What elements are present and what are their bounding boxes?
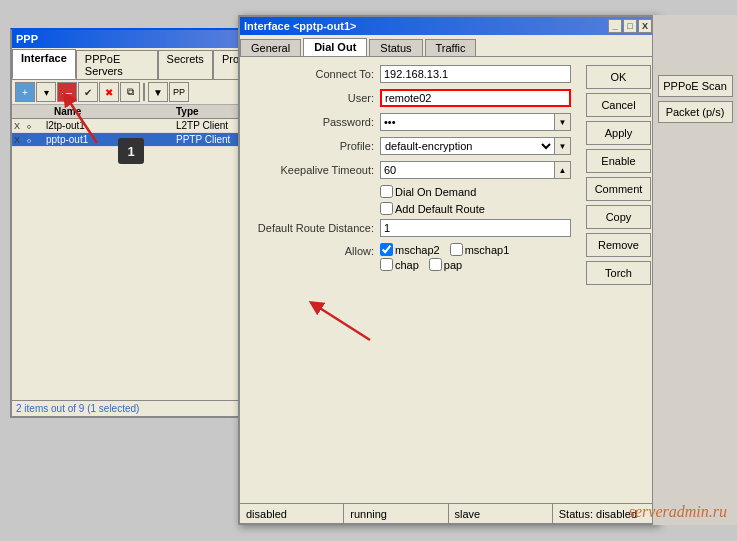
profile-label: Profile: bbox=[250, 140, 380, 152]
toolbar-separator bbox=[143, 83, 145, 101]
profile-select[interactable]: default-encryption bbox=[380, 137, 555, 155]
keepalive-up-btn[interactable]: ▲ bbox=[555, 161, 571, 179]
connect-to-label: Connect To: bbox=[250, 68, 380, 80]
add-default-route-checkbox[interactable] bbox=[380, 202, 393, 215]
status-disabled: disabled bbox=[240, 504, 344, 523]
pppoe-scan-button[interactable]: PPPoE Scan bbox=[658, 75, 733, 97]
keepalive-row: Keepalive Timeout: ▲ bbox=[250, 161, 571, 179]
ppp-tabs: Interface PPPoE Servers Secrets Pro bbox=[12, 48, 248, 80]
remove-button[interactable]: Remove bbox=[586, 233, 651, 257]
chap-item: chap bbox=[380, 258, 419, 271]
add-default-route-label: Add Default Route bbox=[395, 203, 485, 215]
col-type-header: Type bbox=[176, 106, 246, 117]
mschap2-checkbox[interactable] bbox=[380, 243, 393, 256]
user-row: User: bbox=[250, 89, 571, 107]
minimize-button[interactable]: _ bbox=[608, 19, 622, 33]
password-field-group: ▼ bbox=[380, 113, 571, 131]
filter-button[interactable]: ▼ bbox=[148, 82, 168, 102]
dialog-form: Connect To: User: Password: ▼ Profile: bbox=[240, 57, 581, 507]
password-input[interactable] bbox=[380, 113, 555, 131]
allow-label: Allow: bbox=[250, 243, 380, 257]
dial-on-demand-checkbox[interactable] bbox=[380, 185, 393, 198]
allow-checkboxes: mschap2 mschap1 chap bbox=[380, 243, 509, 271]
row-name: l2tp-out1 bbox=[46, 120, 176, 131]
add-button[interactable]: + bbox=[15, 82, 35, 102]
dial-on-demand-row: Dial On Demand bbox=[250, 185, 571, 198]
row-name: pptp-out1 bbox=[46, 134, 176, 145]
mschap1-label: mschap1 bbox=[465, 244, 510, 256]
ppp-titlebar: PPP bbox=[12, 30, 248, 48]
profile-row: Profile: default-encryption ▼ bbox=[250, 137, 571, 155]
ppp-tab-pppoe-servers[interactable]: PPPoE Servers bbox=[76, 50, 158, 79]
dialog-content: Connect To: User: Password: ▼ Profile: bbox=[240, 57, 656, 507]
copy-button[interactable]: ⧉ bbox=[120, 82, 140, 102]
profile-dropdown-btn[interactable]: ▼ bbox=[555, 137, 571, 155]
ppp-window: PPP Interface PPPoE Servers Secrets Pro … bbox=[10, 28, 250, 418]
enable-button[interactable]: ✔ bbox=[78, 82, 98, 102]
connect-to-input[interactable] bbox=[380, 65, 571, 83]
user-input[interactable] bbox=[380, 89, 571, 107]
ok-button[interactable]: OK bbox=[586, 65, 651, 89]
tab-general[interactable]: General bbox=[240, 39, 301, 56]
password-toggle-btn[interactable]: ▼ bbox=[555, 113, 571, 131]
ppp-tab-secrets[interactable]: Secrets bbox=[158, 50, 213, 79]
torch-button[interactable]: Torch bbox=[586, 261, 651, 285]
table-row[interactable]: X ⬦ pptp-out1 PPTP Client bbox=[12, 133, 248, 147]
add-default-route-item: Add Default Route bbox=[380, 202, 485, 215]
close-button[interactable]: X bbox=[638, 19, 652, 33]
row-type: L2TP Client bbox=[176, 120, 246, 131]
tab-traffic[interactable]: Traffic bbox=[425, 39, 477, 56]
maximize-button[interactable]: □ bbox=[623, 19, 637, 33]
pap-label: pap bbox=[444, 259, 462, 271]
comment-button[interactable]: Comment bbox=[586, 177, 651, 201]
mschap1-checkbox[interactable] bbox=[450, 243, 463, 256]
ppp-table-header: Name Type bbox=[12, 105, 248, 119]
ppp-table-body: X ⬦ l2tp-out1 L2TP Client X ⬦ pptp-out1 … bbox=[12, 119, 248, 147]
add-dropdown-button[interactable]: ▾ bbox=[36, 82, 56, 102]
dialog-buttons: OK Cancel Apply Enable Comment Copy Remo… bbox=[581, 57, 656, 507]
cancel-button[interactable]: Cancel bbox=[586, 93, 651, 117]
keepalive-label: Keepalive Timeout: bbox=[250, 164, 380, 176]
tab-dial-out[interactable]: Dial Out bbox=[303, 38, 367, 56]
status-label: Status: disabled bbox=[553, 504, 656, 523]
disable-button[interactable]: ✖ bbox=[99, 82, 119, 102]
copy-button[interactable]: Copy bbox=[586, 205, 651, 229]
password-label: Password: bbox=[250, 116, 380, 128]
mschap1-item: mschap1 bbox=[450, 243, 510, 256]
status-running: running bbox=[344, 504, 448, 523]
dialog-statusbar: disabled running slave Status: disabled bbox=[240, 503, 656, 523]
enable-button[interactable]: Enable bbox=[586, 149, 651, 173]
dialog-title-buttons: _ □ X bbox=[608, 19, 652, 33]
default-route-input[interactable] bbox=[380, 219, 571, 237]
packet-ps-button[interactable]: Packet (p/s) bbox=[658, 101, 733, 123]
pap-checkbox[interactable] bbox=[429, 258, 442, 271]
mschap2-label: mschap2 bbox=[395, 244, 440, 256]
apply-button[interactable]: Apply bbox=[586, 121, 651, 145]
right-panel: PPPoE Scan Packet (p/s) bbox=[652, 15, 737, 525]
keepalive-input[interactable] bbox=[380, 161, 555, 179]
default-route-label: Default Route Distance: bbox=[250, 222, 380, 234]
add-default-route-row: Add Default Route bbox=[250, 202, 571, 215]
user-label: User: bbox=[250, 92, 380, 104]
remove-button[interactable]: — bbox=[57, 82, 77, 102]
mschap2-item: mschap2 bbox=[380, 243, 440, 256]
keepalive-field-group: ▲ bbox=[380, 161, 571, 179]
table-row[interactable]: X ⬦ l2tp-out1 L2TP Client bbox=[12, 119, 248, 133]
chap-label: chap bbox=[395, 259, 419, 271]
col-name-header: Name bbox=[54, 106, 176, 117]
pp-button[interactable]: PP bbox=[169, 82, 189, 102]
default-route-row: Default Route Distance: bbox=[250, 219, 571, 237]
password-row: Password: ▼ bbox=[250, 113, 571, 131]
dialog-titlebar: Interface <pptp-out1> _ □ X bbox=[240, 17, 656, 35]
tab-status[interactable]: Status bbox=[369, 39, 422, 56]
ppp-status: 2 items out of 9 (1 selected) bbox=[12, 400, 248, 416]
ppp-title: PPP bbox=[16, 33, 38, 45]
chap-checkbox[interactable] bbox=[380, 258, 393, 271]
ppp-tab-interface[interactable]: Interface bbox=[12, 49, 76, 79]
dial-on-demand-label: Dial On Demand bbox=[395, 186, 476, 198]
allow-row: Allow: mschap2 mschap1 bbox=[250, 243, 571, 271]
ppp-toolbar: + ▾ — ✔ ✖ ⧉ ▼ PP bbox=[12, 80, 248, 105]
pap-item: pap bbox=[429, 258, 462, 271]
status-slave: slave bbox=[449, 504, 553, 523]
profile-select-group: default-encryption ▼ bbox=[380, 137, 571, 155]
